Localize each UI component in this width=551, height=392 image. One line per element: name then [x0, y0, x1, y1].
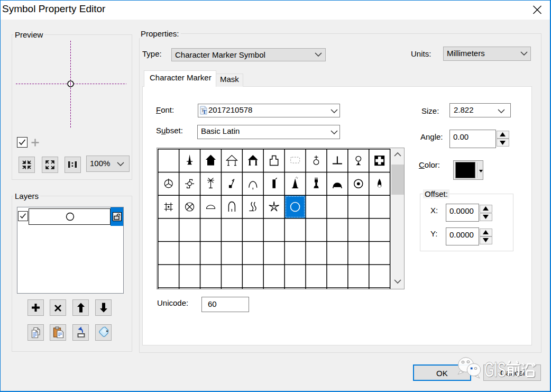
svg-text:GIS: GIS: [484, 358, 506, 381]
svg-text:T: T: [203, 108, 207, 115]
